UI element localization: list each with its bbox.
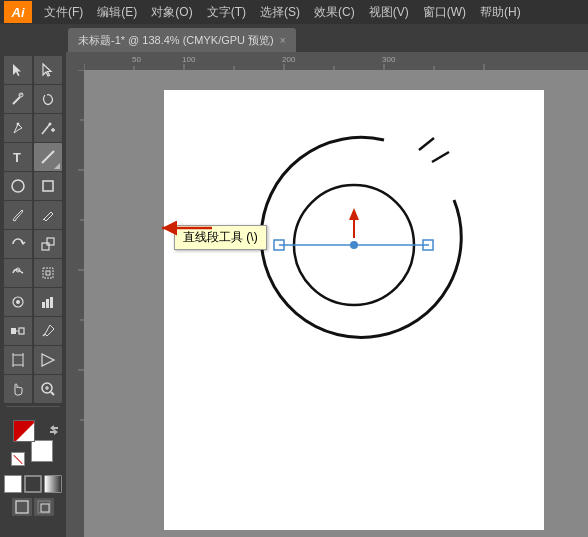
tool-row-1	[2, 56, 64, 84]
fill-mode-button[interactable]	[4, 475, 22, 493]
svg-rect-13	[47, 238, 54, 245]
tool-row-12	[2, 375, 64, 403]
svg-rect-12	[42, 243, 49, 250]
svg-rect-10	[43, 181, 53, 191]
magic-wand-tool[interactable]	[4, 85, 32, 113]
menu-object[interactable]: 对象(O)	[145, 2, 198, 23]
drawing-mode-row	[2, 498, 64, 516]
normal-mode-button[interactable]	[12, 498, 32, 516]
line-segment-tool[interactable]	[34, 143, 62, 171]
symbol-tool[interactable]	[4, 288, 32, 316]
swap-colors-button[interactable]	[48, 424, 60, 439]
artboard	[164, 90, 544, 530]
svg-text:300: 300	[382, 55, 396, 64]
stroke-mode-button[interactable]	[24, 475, 42, 493]
svg-rect-20	[46, 299, 49, 308]
menu-edit[interactable]: 编辑(E)	[91, 2, 143, 23]
svg-rect-22	[11, 328, 16, 334]
canvas-content: 直线段工具 (\)	[84, 70, 588, 537]
menu-help[interactable]: 帮助(H)	[474, 2, 527, 23]
tool-row-11	[2, 346, 64, 374]
rectangle-tool[interactable]	[34, 172, 62, 200]
menu-window[interactable]: 窗口(W)	[417, 2, 472, 23]
pencil-tool[interactable]	[34, 201, 62, 229]
tool-row-6	[2, 201, 64, 229]
add-anchor-tool[interactable]	[34, 114, 62, 142]
menu-view[interactable]: 视图(V)	[363, 2, 415, 23]
selection-tool[interactable]	[4, 56, 32, 84]
column-graph-tool[interactable]	[34, 288, 62, 316]
warp-tool[interactable]	[4, 259, 32, 287]
svg-text:50: 50	[132, 55, 141, 64]
svg-rect-16	[46, 271, 50, 275]
tool-row-8	[2, 259, 64, 287]
stroke-swatch[interactable]	[31, 440, 53, 462]
menu-file[interactable]: 文件(F)	[38, 2, 89, 23]
rotate-tool[interactable]	[4, 230, 32, 258]
direct-selection-tool[interactable]	[34, 56, 62, 84]
paintbrush-tool[interactable]	[4, 201, 32, 229]
svg-rect-36	[38, 501, 50, 513]
zoom-tool[interactable]	[34, 375, 62, 403]
tabbar: 未标题-1* @ 138.4% (CMYK/GPU 预览) ×	[0, 24, 588, 52]
svg-line-8	[42, 151, 54, 163]
svg-line-32	[51, 392, 54, 395]
svg-line-25	[43, 334, 45, 336]
behind-mode-button[interactable]	[34, 498, 54, 516]
ruler-vertical	[66, 70, 84, 537]
tool-row-2	[2, 85, 64, 113]
scale-tool[interactable]	[34, 230, 62, 258]
svg-text:T: T	[13, 150, 21, 165]
tool-row-5	[2, 172, 64, 200]
tool-row-7	[2, 230, 64, 258]
svg-rect-19	[42, 302, 45, 308]
svg-line-59	[419, 138, 434, 150]
tool-row-9	[2, 288, 64, 316]
color-area	[2, 414, 64, 466]
eyedropper-tool[interactable]	[34, 317, 62, 345]
svg-text:200: 200	[282, 55, 296, 64]
svg-point-4	[49, 123, 52, 126]
slice-tool[interactable]	[34, 346, 62, 374]
free-transform-tool[interactable]	[34, 259, 62, 287]
svg-point-64	[350, 241, 358, 249]
artwork-svg	[164, 90, 544, 530]
toolbar: T	[0, 52, 66, 537]
app-logo: Ai	[4, 1, 32, 23]
type-tool[interactable]: T	[4, 143, 32, 171]
menu-effect[interactable]: 效果(C)	[308, 2, 361, 23]
svg-rect-26	[13, 355, 23, 365]
blend-tool[interactable]	[4, 317, 32, 345]
tool-highlight-arrow	[157, 218, 217, 241]
gradient-button[interactable]	[44, 475, 62, 493]
lasso-tool[interactable]	[34, 85, 62, 113]
color-mode-row	[2, 475, 64, 493]
tool-row-4: T	[2, 143, 64, 171]
svg-point-18	[16, 300, 20, 304]
tab-title: 未标题-1* @ 138.4% (CMYK/GPU 预览)	[78, 33, 274, 48]
svg-rect-21	[50, 297, 53, 308]
tool-row-3	[2, 114, 64, 142]
svg-point-9	[12, 180, 24, 192]
svg-line-60	[432, 152, 449, 162]
document-tab[interactable]: 未标题-1* @ 138.4% (CMYK/GPU 预览) ×	[68, 28, 296, 52]
pen-tool[interactable]	[4, 114, 32, 142]
menu-type[interactable]: 文字(T)	[201, 2, 252, 23]
none-swatch[interactable]	[11, 452, 25, 466]
svg-rect-35	[16, 501, 28, 513]
ellipse-tool[interactable]	[4, 172, 32, 200]
svg-marker-66	[349, 208, 359, 220]
tab-close-button[interactable]: ×	[280, 35, 286, 46]
menubar: Ai 文件(F) 编辑(E) 对象(O) 文字(T) 选择(S) 效果(C) 视…	[0, 0, 588, 24]
svg-rect-15	[43, 268, 53, 278]
svg-rect-23	[19, 328, 24, 334]
main-area: T	[0, 52, 588, 537]
menu-select[interactable]: 选择(S)	[254, 2, 306, 23]
artboard-tool[interactable]	[4, 346, 32, 374]
fill-swatch[interactable]	[13, 420, 35, 442]
svg-point-3	[17, 123, 20, 126]
hand-tool[interactable]	[4, 375, 32, 403]
svg-line-0	[13, 97, 20, 104]
canvas-area: 50 100 200 300	[66, 52, 588, 537]
tool-row-10	[2, 317, 64, 345]
